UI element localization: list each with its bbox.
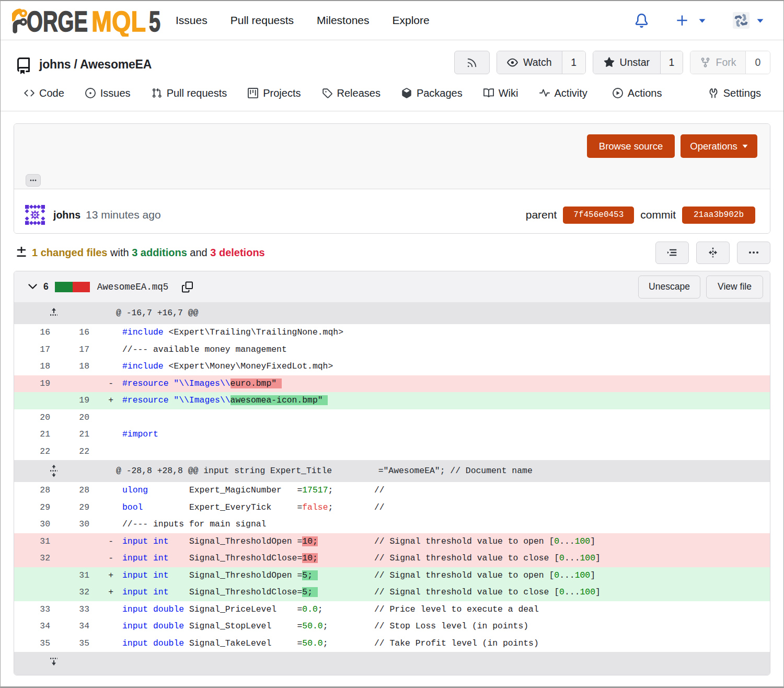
svg-text:ORGE: ORGE: [27, 5, 88, 37]
svg-text:MQL: MQL: [91, 5, 146, 37]
svg-text:5: 5: [149, 5, 160, 37]
